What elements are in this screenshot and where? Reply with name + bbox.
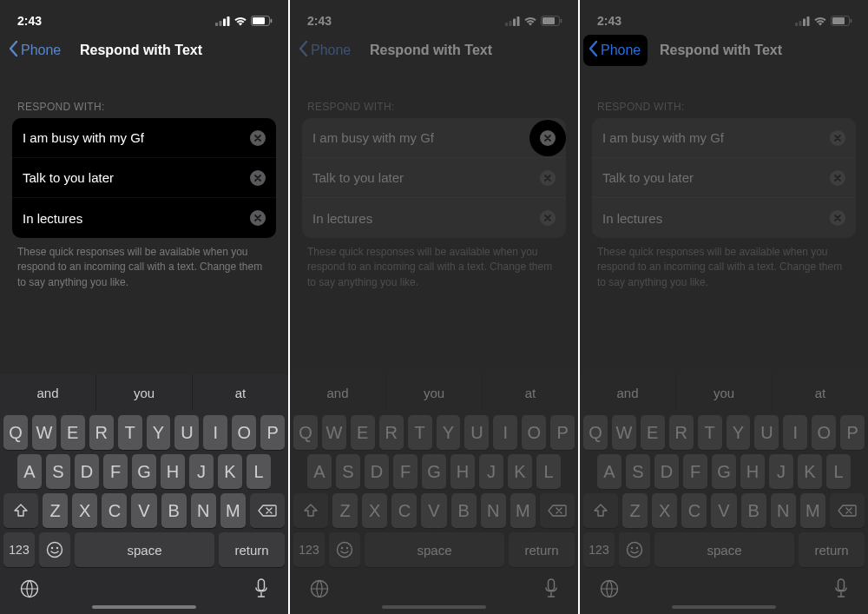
- predict-word[interactable]: you: [676, 374, 773, 411]
- numbers-key[interactable]: 123: [293, 532, 325, 567]
- key-r[interactable]: R: [89, 415, 114, 450]
- response-input[interactable]: Talk to you later: [23, 170, 250, 185]
- shift-key[interactable]: [293, 493, 328, 528]
- key-e[interactable]: E: [61, 415, 85, 450]
- key-o[interactable]: O: [232, 415, 256, 450]
- clear-text-icon[interactable]: [830, 130, 845, 146]
- key-y[interactable]: Y: [437, 415, 461, 450]
- space-key[interactable]: space: [654, 532, 794, 567]
- key-c[interactable]: C: [391, 493, 417, 528]
- key-x[interactable]: X: [652, 493, 677, 528]
- key-t[interactable]: T: [408, 415, 432, 450]
- key-k[interactable]: K: [218, 454, 242, 489]
- predict-word[interactable]: you: [96, 374, 193, 411]
- predict-word[interactable]: and: [580, 374, 676, 411]
- key-s[interactable]: S: [46, 454, 70, 489]
- dictation-icon[interactable]: [833, 578, 849, 604]
- clear-text-icon[interactable]: [540, 130, 556, 146]
- clear-text-icon[interactable]: [250, 130, 266, 146]
- return-key[interactable]: return: [219, 532, 285, 567]
- response-row[interactable]: I am busy with my Gf: [592, 118, 856, 158]
- key-n[interactable]: N: [481, 493, 506, 528]
- key-u[interactable]: U: [174, 415, 199, 450]
- key-t[interactable]: T: [118, 415, 142, 450]
- key-h[interactable]: H: [450, 454, 475, 489]
- key-u[interactable]: U: [464, 415, 489, 450]
- key-d[interactable]: D: [75, 454, 99, 489]
- space-key[interactable]: space: [75, 532, 214, 567]
- key-x[interactable]: X: [362, 493, 387, 528]
- predict-word[interactable]: and: [290, 374, 386, 411]
- response-row[interactable]: I am busy with my Gf: [12, 118, 276, 158]
- key-j[interactable]: J: [479, 454, 503, 489]
- key-g[interactable]: G: [712, 454, 736, 489]
- globe-icon[interactable]: [599, 578, 620, 603]
- key-i[interactable]: I: [783, 415, 807, 450]
- key-a[interactable]: A: [17, 454, 42, 489]
- key-x[interactable]: X: [72, 493, 97, 528]
- key-y[interactable]: Y: [727, 415, 751, 450]
- key-b[interactable]: B: [451, 493, 477, 528]
- key-i[interactable]: I: [493, 415, 517, 450]
- home-indicator[interactable]: [382, 605, 486, 609]
- key-v[interactable]: V: [131, 493, 156, 528]
- key-k[interactable]: K: [798, 454, 822, 489]
- numbers-key[interactable]: 123: [583, 532, 615, 567]
- clear-text-icon[interactable]: [540, 170, 556, 186]
- predict-word[interactable]: and: [0, 374, 96, 411]
- back-button[interactable]: Phone: [3, 35, 68, 66]
- response-input[interactable]: In lectures: [602, 211, 830, 226]
- clear-text-icon[interactable]: [250, 170, 266, 186]
- home-indicator[interactable]: [672, 605, 776, 609]
- emoji-key[interactable]: [329, 532, 360, 567]
- predict-word[interactable]: at: [483, 374, 578, 411]
- response-input[interactable]: I am busy with my Gf: [23, 130, 250, 145]
- key-z[interactable]: Z: [622, 493, 648, 528]
- key-d[interactable]: D: [365, 454, 389, 489]
- key-w[interactable]: W: [612, 415, 636, 450]
- key-f[interactable]: F: [683, 454, 707, 489]
- numbers-key[interactable]: 123: [3, 532, 35, 567]
- key-s[interactable]: S: [626, 454, 650, 489]
- key-i[interactable]: I: [203, 415, 227, 450]
- key-b[interactable]: B: [161, 493, 187, 528]
- return-key[interactable]: return: [509, 532, 575, 567]
- key-q[interactable]: Q: [3, 415, 28, 450]
- key-d[interactable]: D: [654, 454, 679, 489]
- key-p[interactable]: P: [550, 415, 575, 450]
- key-n[interactable]: N: [771, 493, 796, 528]
- key-o[interactable]: O: [522, 415, 546, 450]
- key-a[interactable]: A: [307, 454, 332, 489]
- dictation-icon[interactable]: [543, 578, 559, 604]
- key-l[interactable]: L: [536, 454, 561, 489]
- key-t[interactable]: T: [698, 415, 722, 450]
- key-c[interactable]: C: [102, 493, 127, 528]
- response-input[interactable]: I am busy with my Gf: [312, 130, 540, 145]
- clear-text-icon[interactable]: [830, 210, 845, 226]
- response-input[interactable]: In lectures: [23, 211, 250, 226]
- key-f[interactable]: F: [393, 454, 418, 489]
- key-k[interactable]: K: [508, 454, 532, 489]
- key-m[interactable]: M: [800, 493, 825, 528]
- key-l[interactable]: L: [247, 454, 271, 489]
- key-w[interactable]: W: [32, 415, 56, 450]
- key-f[interactable]: F: [103, 454, 128, 489]
- predict-word[interactable]: at: [773, 374, 868, 411]
- key-m[interactable]: M: [220, 493, 246, 528]
- key-p[interactable]: P: [840, 415, 865, 450]
- key-h[interactable]: H: [740, 454, 765, 489]
- key-r[interactable]: R: [669, 415, 694, 450]
- key-w[interactable]: W: [322, 415, 346, 450]
- key-j[interactable]: J: [769, 454, 793, 489]
- key-g[interactable]: G: [422, 454, 446, 489]
- key-h[interactable]: H: [161, 454, 185, 489]
- key-e[interactable]: E: [351, 415, 375, 450]
- key-z[interactable]: Z: [332, 493, 358, 528]
- globe-icon[interactable]: [19, 578, 40, 603]
- response-row[interactable]: In lectures: [12, 198, 276, 238]
- emoji-key[interactable]: [39, 532, 70, 567]
- backspace-key[interactable]: [830, 493, 865, 528]
- key-y[interactable]: Y: [147, 415, 171, 450]
- key-g[interactable]: G: [132, 454, 156, 489]
- response-row[interactable]: Talk to you later: [592, 158, 856, 198]
